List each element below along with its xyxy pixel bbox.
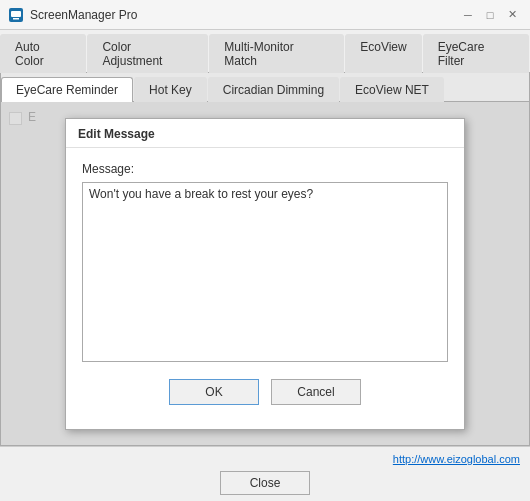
eizo-link[interactable]: http://www.eizoglobal.com [393, 453, 520, 465]
window-close-button[interactable]: ✕ [502, 5, 522, 25]
title-bar-left: ScreenManager Pro [8, 7, 137, 23]
tab-color-adjustment[interactable]: Color Adjustment [87, 34, 208, 73]
window-controls: ─ □ ✕ [458, 5, 522, 25]
tab-ecoview-net[interactable]: EcoView NET [340, 77, 444, 102]
cancel-button[interactable]: Cancel [271, 379, 361, 405]
close-button[interactable]: Close [220, 471, 310, 495]
tab-row-2: EyeCare Reminder Hot Key Circadian Dimmi… [1, 73, 529, 102]
tab-ecoview[interactable]: EcoView [345, 34, 421, 73]
svg-rect-2 [13, 18, 19, 20]
tab-eyecare-reminder[interactable]: EyeCare Reminder [1, 77, 133, 102]
ok-button[interactable]: OK [169, 379, 259, 405]
minimize-button[interactable]: ─ [458, 5, 478, 25]
tab-row-1: Auto Color Color Adjustment Multi-Monito… [0, 30, 530, 73]
tab-hot-key[interactable]: Hot Key [134, 77, 207, 102]
tab-auto-color[interactable]: Auto Color [0, 34, 86, 73]
modal-overlay: Edit Message Message: Won't you have a b… [1, 102, 529, 445]
edit-message-dialog: Edit Message Message: Won't you have a b… [65, 118, 465, 430]
tab-circadian-dimming[interactable]: Circadian Dimming [208, 77, 339, 102]
tab-multi-monitor-match[interactable]: Multi-Monitor Match [209, 34, 344, 73]
modal-body: Message: Won't you have a break to rest … [66, 148, 464, 429]
svg-rect-1 [11, 11, 21, 17]
tab-content: E Edit Message Message: Won't you have a… [1, 102, 529, 445]
close-btn-row: Close [10, 471, 520, 495]
app-title: ScreenManager Pro [30, 8, 137, 22]
maximize-button[interactable]: □ [480, 5, 500, 25]
tab-eyecare-filter[interactable]: EyeCare Filter [423, 34, 529, 73]
footer: http://www.eizoglobal.com Close [0, 446, 530, 501]
app-icon [8, 7, 24, 23]
modal-title: Edit Message [66, 119, 464, 148]
modal-buttons: OK Cancel [82, 379, 448, 405]
message-label: Message: [82, 162, 448, 176]
message-textarea[interactable]: Won't you have a break to rest your eyes… [82, 182, 448, 362]
title-bar: ScreenManager Pro ─ □ ✕ [0, 0, 530, 30]
